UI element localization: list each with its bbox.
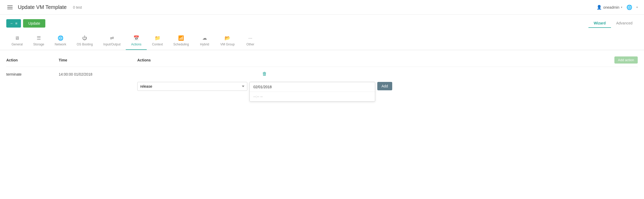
time-input-row (250, 92, 375, 101)
add-button[interactable]: Add (377, 82, 392, 90)
page-subtitle: 0 test (73, 5, 82, 9)
header-left: Update VM Template 0 test (6, 4, 82, 10)
add-action-button[interactable]: Add action (614, 56, 638, 64)
list-icon: ≡ (15, 21, 17, 25)
main-content: Action Time Actions Add action terminate… (0, 50, 644, 155)
table-columns: Action Time Actions (6, 58, 614, 62)
tab-vm-group[interactable]: 📂 VM Group (215, 32, 240, 50)
action-select[interactable]: release terminate reboot suspend powerof… (137, 82, 247, 91)
user-icon: 👤 (597, 5, 602, 10)
tab-os-booting[interactable]: ⏻ OS Booting (72, 32, 98, 50)
nav-tabs: 🖥 General ☰ Storage 🌐 Network ⏻ OS Booti… (0, 32, 644, 50)
tab-network-label: Network (55, 43, 66, 46)
row-time-value: 14:00:00 01/02/2018 (59, 70, 137, 76)
tab-hybrid[interactable]: ☁ Hybrid (194, 32, 215, 50)
toolbar-left: ← ≡ Update (6, 19, 45, 28)
user-chevron-icon: ▾ (621, 6, 622, 9)
trash-icon: 🗑 (262, 71, 267, 76)
delete-action-button[interactable]: 🗑 (137, 70, 392, 78)
header: Update VM Template 0 test 👤 oneadmin ▾ 🌐… (0, 0, 644, 15)
tab-scheduling[interactable]: 📶 Scheduling (168, 32, 194, 50)
actions-icon: 📅 (133, 35, 139, 41)
tab-other-label: Other (247, 43, 254, 46)
time-input[interactable] (253, 95, 371, 99)
other-icon: ··· (248, 35, 252, 41)
tab-actions-label: Actions (131, 43, 141, 46)
tab-input-output[interactable]: ⇌ Input/Output (98, 32, 126, 50)
view-switcher: Wizard Advanced (588, 19, 638, 28)
back-icon: ← (10, 21, 14, 25)
network-icon: 🌐 (58, 35, 63, 41)
context-icon: 📁 (155, 35, 160, 41)
col-time-header: Time (59, 58, 137, 62)
tab-hybrid-label: Hybrid (200, 43, 209, 46)
date-input-row (250, 82, 375, 92)
toolbar: ← ≡ Update Wizard Advanced (0, 15, 644, 32)
col-action-header: Action (6, 58, 59, 62)
date-input[interactable] (253, 85, 371, 89)
hybrid-icon: ☁ (202, 35, 207, 41)
page-title: Update VM Template (18, 4, 67, 10)
scheduling-icon: 📶 (178, 35, 184, 41)
col-actions-header: Actions (137, 58, 151, 62)
tab-storage-label: Storage (33, 43, 44, 46)
add-form: release terminate reboot suspend powerof… (137, 82, 392, 102)
general-icon: 🖥 (15, 35, 19, 41)
tab-context[interactable]: 📁 Context (147, 32, 168, 50)
storage-icon: ☰ (37, 35, 41, 41)
username: oneadmin (603, 5, 620, 9)
language-globe-icon[interactable]: 🌐 (626, 4, 632, 10)
tab-storage[interactable]: ☰ Storage (28, 32, 50, 50)
update-button[interactable]: Update (23, 19, 45, 28)
vm-group-icon: 📂 (225, 35, 230, 41)
user-menu[interactable]: 👤 oneadmin ▾ (597, 5, 623, 10)
tab-general[interactable]: 🖥 General (6, 32, 28, 50)
table-header: Action Time Actions Add action (6, 56, 638, 64)
language-chevron-icon: ▾ (636, 6, 638, 9)
tab-scheduling-label: Scheduling (173, 43, 189, 46)
date-time-panel (249, 82, 375, 102)
tab-context-label: Context (152, 43, 163, 46)
os-booting-icon: ⏻ (82, 35, 87, 41)
row-actions-column: 🗑 release terminate reboot suspend power… (137, 70, 392, 102)
table-row: terminate 14:00:00 01/02/2018 🗑 release … (6, 67, 638, 102)
back-button[interactable]: ← ≡ (6, 19, 21, 28)
tab-network[interactable]: 🌐 Network (50, 32, 72, 50)
wizard-tab[interactable]: Wizard (588, 19, 611, 28)
input-output-icon: ⇌ (110, 35, 114, 41)
advanced-tab[interactable]: Advanced (611, 19, 638, 28)
tab-vm-group-label: VM Group (220, 43, 235, 46)
header-right: 👤 oneadmin ▾ 🌐 ▾ (597, 4, 638, 10)
row-action-value: terminate (6, 70, 59, 76)
tab-other[interactable]: ··· Other (240, 32, 261, 50)
tab-input-output-label: Input/Output (103, 43, 121, 46)
tab-general-label: General (12, 43, 23, 46)
hamburger-menu-button[interactable] (6, 4, 14, 10)
tab-actions[interactable]: 📅 Actions (126, 32, 147, 50)
tab-os-booting-label: OS Booting (77, 43, 93, 46)
